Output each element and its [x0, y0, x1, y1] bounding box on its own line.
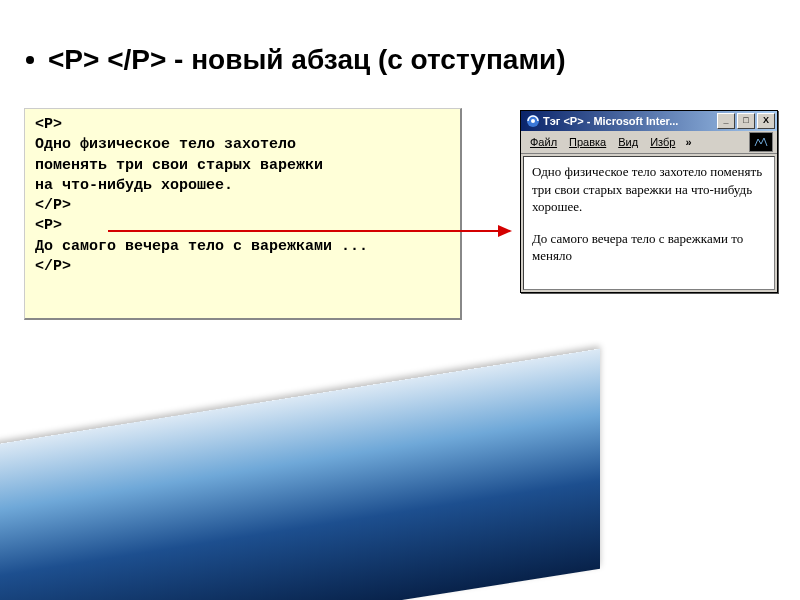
slide-title: <P> </P> - новый абзац (с отступами) [48, 44, 566, 76]
svg-rect-2 [752, 135, 770, 149]
menu-edit-label: Правка [569, 136, 606, 148]
slide: <P> </P> - новый абзац (с отступами) <P>… [0, 0, 800, 600]
throbber-icon [749, 132, 773, 152]
window-title: Тэг <P> - Microsoft Inter... [543, 115, 717, 127]
menu-favorites[interactable]: Избр [645, 135, 680, 149]
menu-view-label: Вид [618, 136, 638, 148]
rendered-paragraph-2: До самого вечера тело с варежками то мен… [532, 230, 766, 265]
decorative-wedge [0, 349, 600, 600]
arrow-line [108, 230, 500, 232]
ie-icon [526, 114, 540, 128]
menu-file-label: Файл [530, 136, 557, 148]
menubar: Файл Правка Вид Избр » [521, 131, 777, 154]
arrow-head-icon [498, 225, 512, 237]
svg-point-1 [531, 119, 535, 123]
minimize-button[interactable]: _ [717, 113, 735, 129]
rendered-paragraph-1: Одно физическое тело захотело поменять т… [532, 163, 766, 216]
code-example: <P> Одно физическое тело захотело поменя… [24, 108, 462, 320]
menu-file[interactable]: Файл [525, 135, 562, 149]
menu-edit[interactable]: Правка [564, 135, 611, 149]
maximize-button[interactable]: □ [737, 113, 755, 129]
menu-view[interactable]: Вид [613, 135, 643, 149]
titlebar: Тэг <P> - Microsoft Inter... _ □ X [521, 111, 777, 131]
browser-content: Одно физическое тело захотело поменять т… [523, 156, 775, 290]
menu-fav-label: Избр [650, 136, 675, 148]
bullet-dot [26, 56, 34, 64]
browser-window: Тэг <P> - Microsoft Inter... _ □ X Файл … [520, 110, 778, 293]
close-button[interactable]: X [757, 113, 775, 129]
window-buttons: _ □ X [717, 113, 775, 129]
menu-more[interactable]: » [682, 136, 694, 148]
